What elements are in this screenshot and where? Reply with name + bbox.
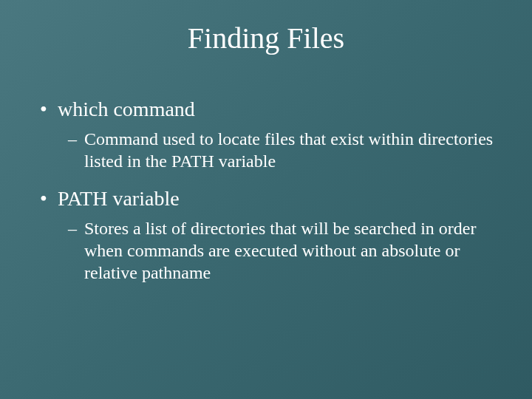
bullet-list: which command Command used to locate fil… — [37, 96, 495, 284]
sub-bullet-list: Stores a list of directories that will b… — [58, 217, 495, 284]
bullet-label: which command — [58, 98, 195, 120]
bullet-item: PATH variable Stores a list of directori… — [58, 185, 495, 284]
sub-bullet-item: Command used to locate files that exist … — [84, 128, 495, 172]
slide: Finding Files which command Command used… — [0, 0, 532, 399]
sub-bullet-item: Stores a list of directories that will b… — [84, 217, 495, 284]
bullet-item: which command Command used to locate fil… — [58, 96, 495, 172]
bullet-label: PATH variable — [58, 187, 180, 210]
sub-bullet-list: Command used to locate files that exist … — [58, 128, 495, 172]
slide-title: Finding Files — [37, 21, 495, 55]
